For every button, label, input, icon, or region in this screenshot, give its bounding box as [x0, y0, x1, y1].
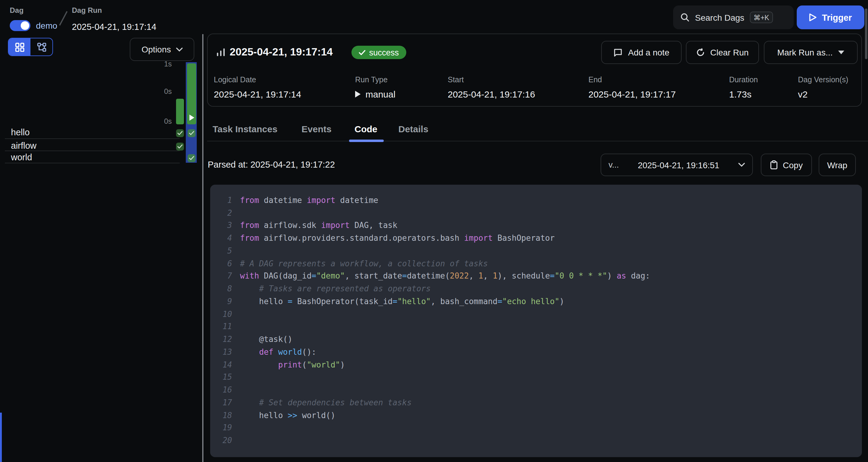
tab-task-instances[interactable]: Task Instances: [213, 124, 277, 134]
code-token: import: [464, 233, 493, 242]
dag-pause-toggle[interactable]: [10, 20, 30, 31]
code-token: world: [278, 347, 302, 356]
code-token: , start_date: [345, 271, 402, 281]
task-instance-square-hello[interactable]: [176, 129, 184, 137]
breadcrumb: Dag demo: [10, 6, 57, 31]
task-instance-square-world[interactable]: [187, 154, 195, 162]
task-row-divider: [5, 138, 180, 139]
meta-value-text: 1.73s: [729, 89, 751, 99]
check-icon: [359, 50, 366, 55]
dag-version-select[interactable]: v... 2025-04-21, 19:16:51: [600, 153, 753, 176]
airflow-dag-run-page: Dag demo Dag Run 2025-04-21, 19:17:14 Se…: [0, 0, 868, 462]
code-lines: 1from datetime import datetime23from air…: [215, 194, 862, 447]
code-line-2: 2: [215, 207, 862, 220]
meta-value: v2: [798, 89, 848, 99]
dagrun-crumb: Dag Run 2025-04-21, 19:17:14: [72, 6, 156, 32]
graph-icon: [37, 42, 46, 52]
note-icon: [613, 48, 622, 57]
code-token: =: [393, 297, 398, 306]
meta-value-text: 2025-04-21, 19:17:14: [214, 89, 301, 99]
wrap-button[interactable]: Wrap: [819, 153, 856, 176]
search-dags-button[interactable]: Search Dags ⌘+K: [673, 5, 794, 29]
code-token: dag:: [626, 271, 650, 281]
clear-run-button[interactable]: Clear Run: [686, 41, 759, 64]
code-token: 1: [478, 271, 483, 281]
meta-start: Start2025-04-21, 19:17:16: [448, 76, 535, 99]
meta-value: 2025-04-21, 19:17:16: [448, 89, 535, 99]
code-line-19: 19: [215, 422, 862, 434]
code-line-16: 16: [215, 384, 862, 397]
code-token: datetime: [259, 196, 307, 205]
tab-details[interactable]: Details: [398, 124, 428, 134]
active-tab-indicator: [349, 140, 384, 142]
code-token: "0 0 * * *": [555, 271, 607, 281]
dag-run-column-selected-run[interactable]: [186, 62, 197, 163]
dag-source-code: 1from datetime import datetime23from air…: [210, 185, 862, 457]
caret-down-icon: [838, 51, 844, 54]
dag-run-column-previous-run[interactable]: [176, 62, 184, 163]
meta-duration: Duration1.73s: [729, 76, 758, 99]
selected-run-play-icon: [189, 115, 194, 121]
parsed-at-text: Parsed at: 2025-04-21, 19:17:22: [208, 160, 335, 169]
task-row-hello[interactable]: hello: [11, 127, 30, 137]
code-line-11: 11: [215, 320, 862, 333]
task-instance-square-hello[interactable]: [187, 129, 195, 137]
task-row-airflow[interactable]: airflow: [11, 141, 36, 150]
grid-view-button[interactable]: [8, 38, 30, 55]
dag-run-duration-bar[interactable]: [176, 99, 184, 124]
code-token: with: [240, 271, 259, 281]
code-line-15: 15: [215, 371, 862, 384]
tab-events[interactable]: Events: [302, 124, 331, 134]
play-filled-icon: [355, 91, 361, 97]
meta-value: 1.73s: [729, 89, 758, 99]
code-token: [240, 398, 259, 407]
panel-splitter[interactable]: [202, 34, 204, 462]
dag-run-duration-bar[interactable]: [187, 63, 196, 124]
line-number: 17: [215, 398, 232, 407]
code-token: 1: [493, 271, 498, 281]
task-instance-square-airflow[interactable]: [176, 143, 184, 150]
axis-tick-label: 0s: [146, 117, 172, 125]
code-token: "hello": [398, 297, 431, 306]
mark-run-as-button[interactable]: Mark Run as...: [764, 41, 858, 64]
code-token: (: [302, 360, 307, 369]
trigger-button[interactable]: Trigger: [797, 5, 864, 29]
code-token: [240, 360, 278, 369]
search-icon: [680, 13, 689, 22]
clipboard-icon: [770, 160, 778, 169]
code-token: =: [402, 271, 407, 281]
add-note-button[interactable]: Add a note: [601, 41, 682, 64]
tab-code[interactable]: Code: [354, 124, 377, 134]
code-token: ,: [483, 271, 493, 281]
task-row-world[interactable]: world: [11, 152, 32, 162]
add-note-label: Add a note: [628, 48, 669, 57]
line-number: 12: [215, 335, 232, 344]
line-number: 4: [215, 233, 232, 242]
grid-icon: [15, 42, 24, 52]
code-line-12: 12 @task(): [215, 333, 862, 346]
options-button[interactable]: Options: [130, 38, 194, 61]
dag-name-link[interactable]: demo: [36, 21, 57, 30]
meta-run-type: Run Typemanual: [355, 76, 395, 99]
code-token: =: [550, 271, 555, 281]
chevron-down-icon: [176, 47, 182, 52]
code-token: ,: [469, 271, 478, 281]
meta-label: Logical Date: [214, 76, 301, 84]
clear-run-label: Clear Run: [710, 48, 749, 57]
code-token: hello: [240, 410, 288, 420]
graph-view-button[interactable]: [30, 38, 52, 55]
code-token: [274, 347, 278, 356]
trigger-label: Trigger: [822, 12, 852, 22]
tabs-divider: [207, 141, 868, 141]
code-line-8: 8 # Tasks are represented as operators: [215, 283, 862, 295]
version-value: 2025-04-21, 19:16:51: [625, 160, 732, 170]
copy-button[interactable]: Copy: [761, 153, 812, 176]
meta-label: Run Type: [355, 76, 395, 84]
line-number: 6: [215, 259, 232, 268]
refresh-icon: [696, 48, 705, 57]
code-token: # Tasks are represented as operators: [259, 284, 431, 293]
line-number: 8: [215, 284, 232, 293]
page-scrollbar-thumb[interactable]: [865, 8, 867, 59]
meta-label: Dag Version(s): [798, 76, 848, 84]
run-state-label: success: [369, 48, 399, 57]
